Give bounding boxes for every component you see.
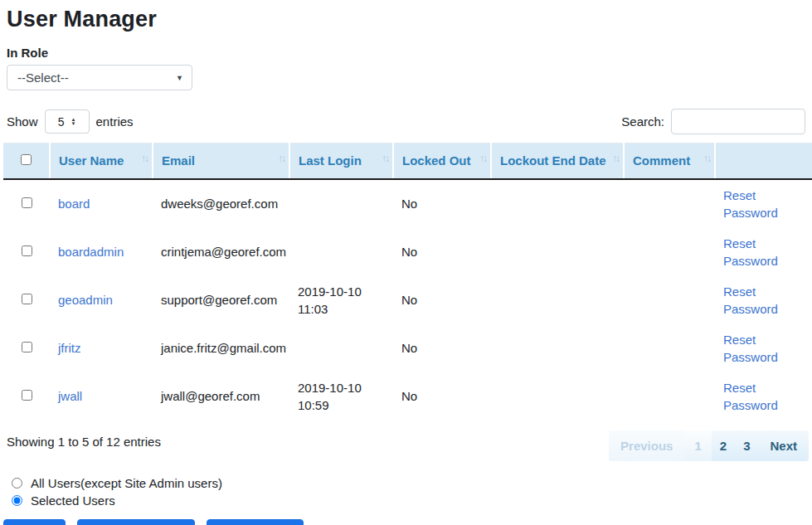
reset-password-link[interactable]: Reset Password — [723, 284, 778, 316]
reset-password-link[interactable]: Reset Password — [723, 381, 778, 412]
locked-out-cell: No — [393, 276, 491, 324]
lockout-end-date-cell — [491, 179, 624, 228]
sort-icon: ↑↓ — [382, 152, 388, 166]
in-role-label: In Role — [7, 46, 809, 60]
search-input[interactable] — [671, 109, 805, 134]
column-header-actions — [715, 143, 812, 179]
comment-cell — [624, 276, 715, 324]
add-new-user-button[interactable]: Add a New User — [77, 519, 194, 525]
user-name-link[interactable]: geoadmin — [58, 293, 113, 307]
email-cell: jwall@georef.com — [153, 372, 289, 420]
header-select-all-cell — [3, 143, 50, 179]
page-length-select[interactable]: 5 ▲▼ — [45, 109, 90, 134]
lockout-end-date-cell — [491, 324, 624, 372]
reset-password-link[interactable]: Reset Password — [723, 188, 778, 220]
table-row: boardadmin crintjema@georef.com No Reset… — [3, 228, 812, 276]
table-row: jwall jwall@georef.com 2019-10-10 10:59 … — [3, 372, 812, 420]
user-name-link[interactable]: board — [58, 197, 90, 211]
locked-out-cell: No — [393, 324, 491, 372]
pagination: Previous 1 2 3 Next — [609, 430, 809, 461]
email-cell: dweeks@georef.com — [153, 179, 289, 228]
sort-icon: ↑↓ — [703, 152, 710, 166]
length-control: Show 5 ▲▼ entries — [7, 109, 134, 134]
lockout-end-date-cell — [491, 228, 624, 276]
role-select-value: --Select-- — [17, 70, 69, 85]
length-suffix: entries — [96, 114, 134, 129]
last-login-cell — [289, 324, 393, 372]
last-login-cell: 2019-10-10 11:03 — [289, 276, 393, 324]
comment-cell — [624, 179, 715, 228]
search-label: Search: — [621, 114, 664, 129]
row-checkbox[interactable] — [22, 245, 32, 256]
row-checkbox[interactable] — [22, 197, 32, 208]
chevron-down-icon: ▼ — [176, 74, 183, 82]
comment-cell — [624, 228, 715, 276]
column-header-locked-out[interactable]: Locked Out ↑↓ — [393, 143, 491, 179]
user-name-link[interactable]: jfritz — [58, 341, 81, 355]
selected-users-radio[interactable] — [12, 495, 22, 506]
select-all-checkbox[interactable] — [21, 154, 32, 165]
all-users-option[interactable]: All Users(except Site Admin users) — [12, 476, 809, 490]
email-cell: janice.fritz@gmail.com — [153, 324, 289, 372]
pagination-page-2[interactable]: 2 — [712, 430, 735, 461]
row-checkbox[interactable] — [22, 294, 32, 304]
delete-button[interactable]: Delete — [3, 519, 66, 525]
spinner-icon: ▲▼ — [71, 118, 75, 126]
table-row: board dweeks@georef.com No Reset Passwor… — [3, 179, 812, 228]
role-select[interactable]: --Select-- ▼ — [7, 65, 192, 90]
pagination-previous[interactable]: Previous — [609, 430, 684, 461]
lockout-end-date-cell — [491, 276, 624, 324]
user-scope-options: All Users(except Site Admin users) Selec… — [12, 476, 809, 508]
search-control: Search: — [621, 109, 805, 134]
row-checkbox[interactable] — [22, 390, 32, 401]
user-name-link[interactable]: boardadmin — [58, 245, 124, 259]
action-buttons: Delete Add a New User Import Users — [3, 519, 809, 525]
row-checkbox[interactable] — [22, 342, 32, 352]
comment-cell — [624, 324, 715, 372]
page-title: User Manager — [7, 7, 809, 32]
reset-password-link[interactable]: Reset Password — [723, 333, 778, 364]
sort-icon: ↑↓ — [612, 152, 619, 166]
column-header-email[interactable]: Email ↑↓ — [153, 143, 289, 179]
column-header-user-name[interactable]: User Name ↑↓ — [50, 143, 153, 179]
column-header-lockout-end-date[interactable]: Lockout End Date ↑↓ — [491, 143, 624, 179]
last-login-cell — [289, 179, 393, 228]
column-header-comment[interactable]: Comment ↑↓ — [624, 143, 715, 179]
sort-icon: ↑↓ — [141, 152, 148, 166]
table-toolbar: Show 5 ▲▼ entries Search: — [3, 109, 809, 134]
pagination-page-1[interactable]: 1 — [684, 430, 711, 461]
last-login-cell — [289, 228, 393, 276]
column-header-last-login[interactable]: Last Login ↑↓ — [289, 143, 393, 179]
comment-cell — [624, 372, 715, 420]
email-cell: support@georef.com — [153, 276, 289, 324]
lockout-end-date-cell — [491, 372, 624, 420]
locked-out-cell: No — [393, 179, 491, 228]
table-row: jfritz janice.fritz@gmail.com No Reset P… — [3, 324, 812, 372]
user-name-link[interactable]: jwall — [58, 389, 82, 403]
import-users-button[interactable]: Import Users — [207, 519, 304, 525]
sort-icon: ↑↓ — [479, 152, 486, 166]
pagination-page-3[interactable]: 3 — [735, 430, 758, 461]
length-prefix: Show — [7, 114, 38, 129]
page-length-value: 5 — [58, 115, 65, 129]
all-users-radio[interactable] — [12, 478, 22, 489]
locked-out-cell: No — [393, 228, 491, 276]
table-info: Showing 1 to 5 of 12 entries — [7, 430, 161, 449]
table-row: geoadmin support@georef.com 2019-10-10 1… — [3, 276, 812, 324]
users-table: User Name ↑↓ Email ↑↓ Last Login ↑↓ Lock… — [3, 143, 812, 420]
sort-icon: ↑↓ — [278, 152, 284, 166]
pagination-next[interactable]: Next — [758, 430, 809, 461]
reset-password-link[interactable]: Reset Password — [723, 236, 778, 268]
email-cell: crintjema@georef.com — [153, 228, 289, 276]
last-login-cell: 2019-10-10 10:59 — [289, 372, 393, 420]
table-footer: Showing 1 to 5 of 12 entries Previous 1 … — [3, 430, 809, 461]
locked-out-cell: No — [393, 372, 491, 420]
table-header-row: User Name ↑↓ Email ↑↓ Last Login ↑↓ Lock… — [3, 143, 812, 179]
selected-users-option[interactable]: Selected Users — [12, 493, 809, 508]
